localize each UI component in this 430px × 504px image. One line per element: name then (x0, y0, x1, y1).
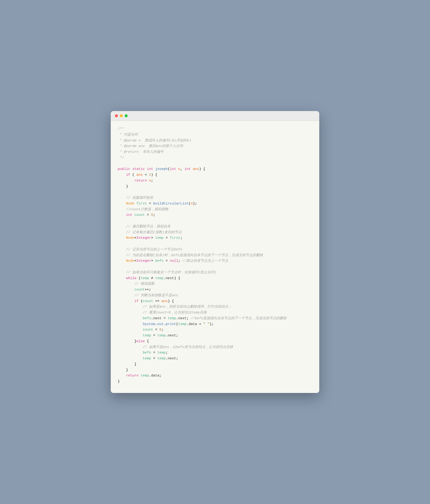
code-line: // 如果不是ans，让befo变为当前结点，让当前结点后移 (118, 344, 312, 350)
code-line: }else { (118, 339, 312, 344)
code-line: temp = temp.next; (118, 333, 312, 339)
code-line: public static int joseph(int n, int ans)… (118, 166, 312, 172)
code-line: /** (118, 126, 312, 132)
code-line (118, 264, 312, 270)
code-line: } (118, 368, 312, 373)
code-line: temp = temp.next; (118, 356, 312, 362)
code-line: //count计数器，模拟报数 (118, 207, 312, 213)
code-line: Node<Integer> temp = first; (118, 235, 312, 241)
code-line: // 判断当前报数是不是ans (118, 293, 312, 299)
code-line: // 重置count=0，让当前结点temp后移 (118, 310, 312, 316)
code-line: * 约瑟夫环 (118, 132, 312, 138)
code-line: // 遍历删除节点，模拟自杀 (118, 224, 312, 230)
code-line: // 创建循环链表 (118, 195, 312, 201)
code-line (118, 189, 312, 195)
code-line: */ (118, 155, 312, 161)
code-line: // 模拟报数 (118, 281, 312, 287)
code-line: befo = temp; (118, 350, 312, 356)
code-line (118, 241, 312, 247)
code-line: // 如果是ans，则把当前结点删除调用，打印当前结点； (118, 304, 312, 310)
code-line: } (118, 362, 312, 368)
code-line: } (118, 184, 312, 190)
code-line: count++; (118, 287, 312, 293)
code-line: if (count == ans) { (118, 299, 312, 304)
close-button[interactable] (115, 114, 118, 117)
code-line (118, 161, 312, 167)
editor-window: /** * 约瑟夫环 * @param n 围成环人的编号(从1开始到n) * … (111, 111, 319, 393)
code-line: * @return 幸存人的编号 (118, 149, 312, 155)
code-line: * @param ans 数到ans的那个人出列 (118, 144, 312, 149)
code-line: // 记录当前节点的上一个节点befo (118, 247, 312, 253)
code-editor: /** * 约瑟夫环 * @param n 围成环人的编号(从1开始到n) * … (111, 121, 319, 393)
code-line: return temp.data; (118, 373, 312, 379)
code-line: if ( ans < 2) { (118, 172, 312, 178)
code-line: Node first = buildCircularList(n); (118, 201, 312, 207)
code-line: befo.next = temp.next; //befo直接指向自杀节点的下一… (118, 316, 312, 322)
code-line: return n; (118, 178, 312, 184)
minimize-button[interactable] (120, 114, 123, 117)
code-line: // 记录每次遍历(报数)拿到的节点 (118, 230, 312, 235)
code-line: * @param n 围成环人的编号(从1开始到n) (118, 138, 312, 144)
maximize-button[interactable] (125, 114, 128, 117)
code-line (118, 218, 312, 224)
code-line: while (temp ≠ temp.next) { (118, 276, 312, 281)
code-line: Node<Integer> befo = null; //默认的首节点无上一个节… (118, 258, 312, 264)
code-line: } (118, 379, 312, 385)
code-line: System.out.print(temp.data + " "); (118, 322, 312, 327)
code-line: int count = 0; (118, 212, 312, 218)
code-line: count = 0; (118, 327, 312, 333)
code-line: // 如果当前环只剩最后一个节点时，结束循环(防止自环) (118, 270, 312, 276)
titlebar (111, 111, 319, 121)
code-line: // 为的是在删除(自杀)时，befo直接指向自杀节点的下一个节点，完成当前节点… (118, 253, 312, 259)
